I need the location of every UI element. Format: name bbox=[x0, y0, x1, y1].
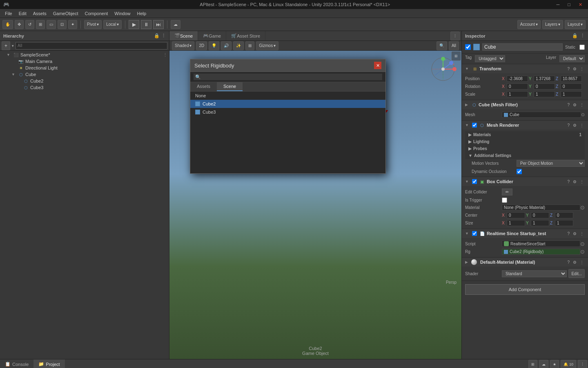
pos-z-field[interactable] bbox=[561, 76, 582, 82]
motion-vectors-dropdown[interactable]: Per Object Motion bbox=[517, 160, 585, 167]
grid-toggle[interactable]: ⊞ bbox=[245, 41, 254, 50]
close-button[interactable]: ✕ bbox=[576, 2, 585, 7]
custom-tool[interactable]: ✦ bbox=[68, 20, 77, 29]
menu-gameobject[interactable]: GameObject bbox=[50, 10, 82, 17]
sc-y-field[interactable] bbox=[534, 91, 555, 97]
collider-material-value[interactable]: None (Physic Material) bbox=[502, 204, 580, 211]
add-component-button[interactable]: Add Component bbox=[465, 284, 585, 295]
menu-assets[interactable]: Assets bbox=[30, 10, 50, 17]
edit-collider-button[interactable]: ✏ bbox=[502, 188, 512, 195]
2d-toggle[interactable]: 2D bbox=[196, 41, 207, 50]
search-scene[interactable]: 🔍 bbox=[437, 41, 447, 50]
collider-material-picker[interactable]: ⊙ bbox=[580, 204, 585, 211]
layout-button[interactable]: Layout ▾ bbox=[565, 20, 586, 29]
materials-section[interactable]: ▶ Materials 1 bbox=[465, 131, 585, 138]
sx-field[interactable] bbox=[507, 220, 525, 226]
dialog-close-button[interactable]: ✕ bbox=[374, 62, 381, 69]
gizmos-dropdown[interactable]: Gizmos ▾ bbox=[256, 41, 278, 50]
tab-project[interactable]: 📁 Project bbox=[33, 359, 65, 368]
meshfilter-help[interactable]: ? bbox=[566, 103, 570, 107]
material-header[interactable]: ▶ Default-Material (Material) ? ⚙ ⋮ bbox=[462, 258, 588, 267]
layer-dropdown[interactable]: Default bbox=[559, 55, 585, 62]
sc-z-field[interactable] bbox=[561, 91, 582, 97]
tab-scene[interactable]: 🎬 Scene bbox=[169, 31, 198, 40]
bottom-panel-count[interactable]: 🔔 10 bbox=[561, 360, 576, 368]
sc-x-field[interactable] bbox=[507, 91, 528, 97]
cx-field[interactable] bbox=[507, 212, 525, 218]
menu-component[interactable]: Component bbox=[81, 10, 111, 17]
bottom-panel-extra[interactable]: ⋮ bbox=[578, 360, 587, 368]
is-trigger-checkbox[interactable] bbox=[502, 197, 507, 203]
bottom-panel-menu[interactable]: ⊞ bbox=[528, 360, 537, 368]
maximize-button[interactable]: □ bbox=[565, 2, 573, 7]
material-menu[interactable]: ⋮ bbox=[579, 260, 585, 265]
hierarchy-item-cube[interactable]: ▼ ⬡ Cube bbox=[0, 71, 169, 78]
meshfilter-header[interactable]: ▶ ⬡ Cube (Mesh Filter) ? ⚙ ⋮ bbox=[462, 100, 588, 109]
tab-game[interactable]: 🎮 Game bbox=[198, 31, 226, 40]
script-menu[interactable]: ⋮ bbox=[579, 231, 585, 236]
menu-help[interactable]: Help bbox=[134, 10, 149, 17]
pos-x-field[interactable] bbox=[507, 76, 528, 82]
boxcollider-menu[interactable]: ⋮ bbox=[579, 180, 585, 184]
tab-console[interactable]: 📋 Console bbox=[0, 359, 33, 368]
meshrenderer-settings[interactable]: ⚙ bbox=[572, 123, 577, 128]
material-settings[interactable]: ⚙ bbox=[572, 260, 577, 265]
menu-file[interactable]: File bbox=[2, 10, 16, 17]
dialog-tab-scene[interactable]: Scene bbox=[217, 82, 243, 91]
lighting-section[interactable]: ▶ Lighting bbox=[465, 138, 585, 145]
shaded-dropdown[interactable]: Shaded ▾ bbox=[172, 41, 194, 50]
sz-field[interactable] bbox=[555, 220, 573, 226]
hierarchy-lock-icon[interactable]: 🔒 bbox=[154, 33, 160, 38]
bottom-panel-settings[interactable]: ★ bbox=[550, 360, 559, 368]
transform-tool[interactable]: ⊡ bbox=[58, 20, 67, 29]
object-name-field[interactable] bbox=[482, 43, 563, 51]
lighting-toggle[interactable]: 💡 bbox=[209, 41, 219, 50]
hand-tool[interactable]: ✋ bbox=[2, 20, 13, 29]
mesh-picker[interactable]: ⊙ bbox=[581, 112, 585, 117]
rot-y-field[interactable] bbox=[534, 83, 555, 90]
script-enabled[interactable] bbox=[472, 231, 477, 236]
meshfilter-settings[interactable]: ⚙ bbox=[572, 103, 577, 107]
hierarchy-item-cube3[interactable]: ⬡ Cube3 bbox=[0, 84, 169, 91]
dynamic-occlusion-checkbox[interactable] bbox=[517, 169, 522, 174]
dialog-item-cube3[interactable]: Cube3 bbox=[190, 108, 385, 116]
meshrenderer-help[interactable]: ? bbox=[566, 123, 570, 128]
sy-field[interactable] bbox=[531, 220, 549, 226]
move-tool[interactable]: ✥ bbox=[15, 20, 24, 29]
transform-settings[interactable]: ⚙ bbox=[572, 67, 577, 71]
rot-x-field[interactable] bbox=[507, 83, 528, 90]
rg-picker[interactable]: ⊙ bbox=[580, 249, 585, 255]
dialog-item-none[interactable]: None bbox=[190, 92, 385, 100]
material-help[interactable]: ? bbox=[566, 260, 570, 265]
mesh-value-field[interactable]: Cube bbox=[502, 112, 581, 118]
probes-section[interactable]: ▶ Probes bbox=[465, 145, 585, 152]
dialog-search-input[interactable] bbox=[194, 74, 382, 80]
meshrenderer-enabled[interactable] bbox=[472, 123, 477, 128]
dialog-tab-assets[interactable]: Assets bbox=[190, 82, 217, 91]
dialog-item-cube2[interactable]: Cube2 bbox=[190, 100, 385, 108]
effects-toggle[interactable]: ✨ bbox=[233, 41, 244, 50]
boxcollider-settings[interactable]: ⚙ bbox=[572, 180, 577, 184]
play-button[interactable]: ▶ bbox=[129, 20, 139, 29]
hierarchy-menu-icon[interactable]: ⋮ bbox=[161, 33, 166, 38]
tab-assetstore[interactable]: 🛒 Asset Store bbox=[226, 31, 265, 40]
meshrenderer-menu[interactable]: ⋮ bbox=[579, 123, 585, 128]
rotate-tool[interactable]: ↺ bbox=[25, 20, 34, 29]
shader-dropdown[interactable]: Standard bbox=[502, 270, 567, 277]
transform-help[interactable]: ? bbox=[566, 67, 570, 71]
pause-button[interactable]: ⏸ bbox=[141, 20, 151, 29]
scene-panel-menu[interactable]: ⋮ bbox=[450, 31, 460, 40]
bottom-panel-expand[interactable]: ☁ bbox=[539, 360, 548, 368]
static-checkbox[interactable] bbox=[579, 45, 585, 50]
menu-window[interactable]: Window bbox=[111, 10, 134, 17]
transform-menu[interactable]: ⋮ bbox=[579, 67, 585, 71]
boxcollider-enabled[interactable] bbox=[472, 179, 477, 184]
shader-edit-button[interactable]: Edit... bbox=[568, 269, 585, 278]
scene-view[interactable]: X Y Z Persp bbox=[169, 51, 461, 359]
script-value-field[interactable]: RealtimeSinceStart bbox=[502, 240, 580, 247]
meshfilter-menu[interactable]: ⋮ bbox=[579, 103, 585, 107]
rect-tool[interactable]: ▭ bbox=[47, 20, 56, 29]
inspector-lock-icon[interactable]: 🔒 bbox=[572, 33, 578, 38]
local-button[interactable]: Local ▾ bbox=[103, 20, 122, 29]
cz-field[interactable] bbox=[555, 212, 573, 218]
